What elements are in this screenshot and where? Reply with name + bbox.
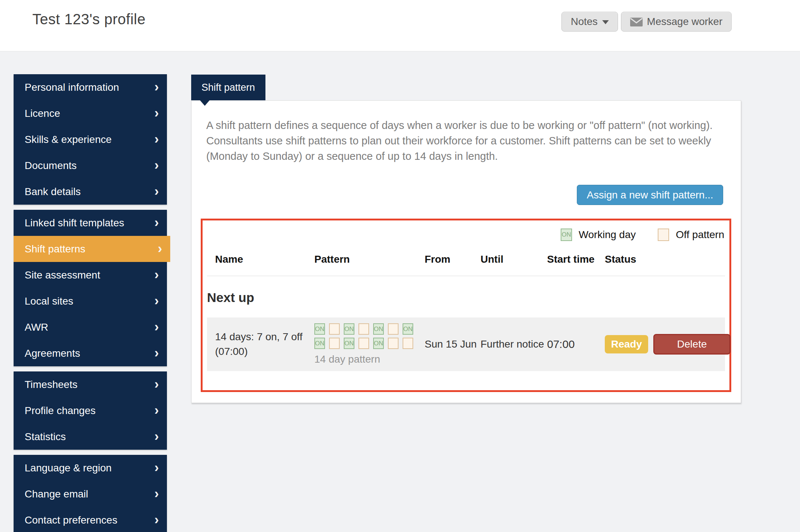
row-name: 14 days: 7 on, 7 off (07:00) [215,330,314,359]
caret-down-icon [602,20,609,24]
sidebar-item-label: Personal information [25,82,119,93]
chevron-right-icon: › [154,377,159,391]
off-pattern-cell [329,323,340,335]
sidebar-item-bank-details[interactable]: Bank details› [14,179,167,205]
sidebar-item-local-sites[interactable]: Local sites› [14,288,167,314]
sidebar-item-awr[interactable]: AWR› [14,314,167,340]
status-badge: Ready [605,335,648,353]
sidebar-item-language-region[interactable]: Language & region› [14,455,167,481]
sidebar-item-contact-preferences[interactable]: Contact preferences› [14,507,167,532]
tab-shift-pattern[interactable]: Shift pattern [191,75,265,100]
chevron-right-icon: › [154,184,159,198]
sidebar-item-personal-information[interactable]: Personal information› [14,74,167,100]
sidebar-item-label: Shift patterns [25,243,85,255]
sidebar-item-change-email[interactable]: Change email› [14,481,167,507]
sidebar-group: Language & region›Change email›Contact p… [14,455,167,532]
pattern-grid: ONONONONONONON [314,323,419,349]
sidebar-item-label: Statistics [25,431,66,443]
chevron-right-icon: › [154,320,159,333]
pattern-grid-row: ONONON [314,338,419,349]
sidebar-item-label: Contact preferences [25,514,117,526]
assign-new-shift-pattern-button[interactable]: Assign a new shift pattern... [577,185,723,205]
shift-pattern-description: A shift pattern defines a sequence of da… [206,118,720,164]
chevron-right-icon: › [158,242,162,255]
sidebar-item-label: Site assessment [25,269,100,281]
row-pattern: ONONONONONONON 14 day pattern [314,323,425,365]
envelope-icon [630,17,643,26]
sidebar-item-label: Skills & experience [25,134,112,145]
sidebar-item-label: Bank details [25,186,81,198]
sidebar-group: Linked shift templates›Shift patterns›Si… [14,210,167,366]
sidebar-item-label: Profile changes [25,405,96,417]
sidebar-item-linked-shift-templates[interactable]: Linked shift templates› [14,210,167,236]
sidebar-item-label: Agreements [25,348,80,359]
sidebar-group: Personal information›Licence›Skills & ex… [14,74,167,205]
working-day-cell: ON [344,338,354,349]
sidebar-item-licence[interactable]: Licence› [14,100,167,126]
table-header: Name Pattern From Until Start time Statu… [207,254,725,276]
sidebar-item-shift-patterns[interactable]: Shift patterns› [14,236,170,262]
col-header-status: Status [605,254,725,265]
pattern-legend: ON Working day Off pattern [203,229,724,241]
notes-button[interactable]: Notes [561,12,618,32]
chevron-right-icon: › [154,487,159,500]
chevron-right-icon: › [154,80,159,93]
message-worker-button[interactable]: Message worker [621,12,732,32]
chevron-right-icon: › [154,106,159,119]
row-name-line2: (07:00) [215,344,307,359]
chevron-right-icon: › [154,513,159,526]
highlighted-shift-pattern-region: ON Working day Off pattern Name Pattern … [201,219,731,392]
pattern-caption: 14 day pattern [314,353,419,365]
row-from: Sun 15 Jun [425,338,481,350]
sidebar-item-label: Local sites [25,295,73,307]
off-pattern-cell [358,323,369,335]
sidebar-item-site-assessment[interactable]: Site assessment› [14,262,167,288]
chevron-right-icon: › [154,403,159,417]
sidebar-item-label: Linked shift templates [25,217,124,229]
sidebar-item-label: Change email [25,488,88,500]
working-day-legend-label: Working day [579,229,636,241]
working-day-legend-swatch: ON [561,229,572,241]
pattern-grid-row: ONONONON [314,323,419,335]
working-day-cell: ON [314,323,325,335]
table-row: 14 days: 7 on, 7 off (07:00) ONONONONONO… [207,317,725,371]
col-header-until: Until [481,254,547,265]
off-pattern-cell [388,323,399,335]
off-pattern-cell [358,338,369,349]
col-header-from: From [425,254,481,265]
row-status: Ready Delete [605,334,736,355]
sidebar-item-label: Language & region [25,462,112,474]
delete-button[interactable]: Delete [653,334,731,355]
sidebar-item-label: Documents [25,160,77,172]
col-header-pattern: Pattern [314,254,425,265]
tab-shift-pattern-label: Shift pattern [201,82,255,93]
working-day-cell: ON [314,338,325,349]
chevron-right-icon: › [154,294,159,307]
chevron-right-icon: › [154,461,159,474]
message-worker-label: Message worker [647,16,722,28]
header-buttons: Notes Message worker [561,12,732,32]
sidebar-item-documents[interactable]: Documents› [14,152,167,179]
row-until: Further notice [481,338,547,350]
sidebar-item-profile-changes[interactable]: Profile changes› [14,398,167,424]
working-day-cell: ON [373,338,384,349]
sidebar-group: Timesheets›Profile changes›Statistics› [14,371,167,450]
sidebar-item-agreements[interactable]: Agreements› [14,340,167,366]
off-pattern-cell [329,338,340,349]
chevron-right-icon: › [154,346,159,359]
chevron-right-icon: › [154,429,159,443]
col-header-name: Name [215,254,314,265]
working-day-cell: ON [403,323,413,335]
page-title: Test 123's profile [32,11,146,28]
chevron-right-icon: › [154,268,159,281]
sidebar-item-statistics[interactable]: Statistics› [14,424,167,450]
working-day-cell: ON [373,323,384,335]
working-day-cell: ON [344,323,354,335]
row-start-time: 07:00 [547,338,605,351]
tab-notch [200,100,210,106]
sidebar-item-timesheets[interactable]: Timesheets› [14,371,167,398]
sidebar-item-label: AWR [25,321,48,333]
sidebar-item-skills-experience[interactable]: Skills & experience› [14,126,167,152]
shift-pattern-panel: A shift pattern defines a sequence of da… [191,100,741,403]
sidebar-item-label: Licence [25,108,60,119]
